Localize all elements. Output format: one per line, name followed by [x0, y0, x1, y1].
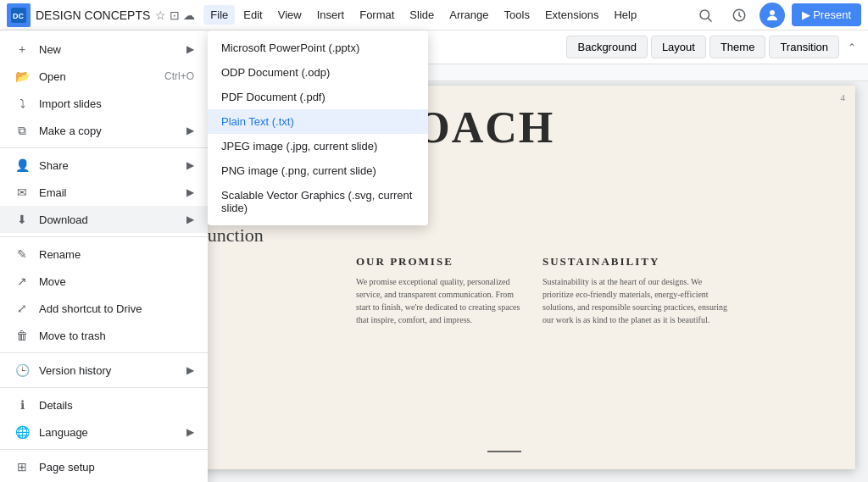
menu-item-new[interactable]: + New ▶ [0, 36, 208, 63]
menu-item-new-label: New [39, 43, 186, 56]
menu-item-shortcut[interactable]: ⤢ Add shortcut to Drive [0, 295, 208, 322]
share-arrow-icon: ▶ [186, 159, 194, 171]
svg-point-2 [700, 10, 709, 19]
slide-promise-text: We promise exceptional quality, personal… [356, 275, 526, 326]
slide-promise-section: OUR PROMISE We promise exceptional quali… [356, 255, 526, 326]
download-pdf[interactable]: PDF Document (.pdf) [208, 85, 428, 109]
menu-item-language-label: Language [39, 426, 186, 439]
menu-file[interactable]: File [203, 5, 235, 25]
collapse-btn[interactable]: ⌃ [843, 38, 861, 57]
menu-item-details-label: Details [39, 399, 194, 412]
menu-slide[interactable]: Slide [403, 5, 441, 25]
menu-arrange[interactable]: Arrange [442, 5, 495, 25]
menu-item-import[interactable]: ⤵ Import slides [0, 90, 208, 117]
account-btn[interactable] [760, 3, 785, 28]
language-arrow-icon: ▶ [186, 426, 194, 438]
share-icon: 👤 [14, 157, 31, 174]
menu-item-rename-label: Rename [39, 248, 194, 261]
menu-format[interactable]: Format [353, 5, 401, 25]
menu-item-move[interactable]: ↗ Move [0, 268, 208, 295]
title-bar: DC DESIGN CONCEPTS ☆ ⊡ ☁ File Edit View … [0, 0, 868, 30]
download-jpg[interactable]: JPEG image (.jpg, current slide) [208, 134, 428, 158]
transition-btn[interactable]: Transition [769, 36, 839, 58]
present-btn[interactable]: ▶ Present [792, 3, 861, 26]
divider-4 [0, 387, 208, 388]
slide-promise-title: OUR PROMISE [356, 255, 526, 269]
details-icon: ℹ [14, 396, 31, 413]
menu-item-language[interactable]: 🌐 Language ▶ [0, 418, 208, 446]
toolbar-right: Background Layout Theme Transition ⌃ [566, 36, 861, 58]
menu-item-email-label: Email [39, 186, 186, 199]
pagesetup-icon: ⊞ [14, 458, 31, 475]
svg-text:DC: DC [13, 12, 24, 20]
language-icon: 🌐 [14, 424, 31, 440]
download-txt[interactable]: Plain Text (.txt) [208, 109, 428, 134]
search-btn[interactable] [692, 2, 719, 29]
menu-item-open-label: Open [39, 70, 164, 83]
menu-item-details[interactable]: ℹ Details [0, 391, 208, 418]
app-icon: DC [7, 3, 31, 27]
folder-icon[interactable]: ⊡ [170, 8, 180, 22]
menu-help[interactable]: Help [607, 5, 643, 25]
file-dropdown-menu: + New ▶ 📂 Open Ctrl+O ⤵ Import slides ⧉ … [0, 30, 208, 482]
star-icon[interactable]: ☆ [155, 8, 166, 22]
menu-insert[interactable]: Insert [310, 5, 352, 25]
background-btn[interactable]: Background [566, 36, 647, 58]
svg-line-3 [708, 18, 711, 21]
menu-item-move-label: Move [39, 275, 194, 288]
theme-btn[interactable]: Theme [709, 36, 765, 58]
slide-body-line3: nd function [178, 223, 415, 249]
menu-extensions[interactable]: Extensions [538, 5, 606, 25]
menu-item-import-label: Import slides [39, 97, 194, 110]
import-icon: ⤵ [14, 95, 31, 112]
download-arrow-icon: ▶ [186, 213, 194, 225]
app-title: DESIGN CONCEPTS [36, 8, 150, 22]
cloud-icon[interactable]: ☁ [183, 8, 195, 22]
layout-btn[interactable]: Layout [651, 36, 706, 58]
email-arrow-icon: ▶ [186, 186, 194, 198]
menu-item-pagesetup[interactable]: ⊞ Page setup [0, 453, 208, 480]
menu-item-pagesetup-label: Page setup [39, 461, 194, 474]
download-odp[interactable]: ODP Document (.odp) [208, 60, 428, 85]
slide-sust-title: SUSTAINABILITY [542, 255, 729, 269]
version-arrow-icon: ▶ [186, 364, 194, 376]
menu-item-trash[interactable]: 🗑 Move to trash [0, 322, 208, 349]
divider-1 [0, 147, 208, 148]
open-shortcut: Ctrl+O [164, 70, 194, 82]
move-icon: ↗ [14, 273, 31, 290]
menu-bar: File Edit View Insert Format Slide Arran… [203, 5, 691, 25]
menu-item-rename[interactable]: ✎ Rename [0, 241, 208, 268]
menu-item-email[interactable]: ✉ Email ▶ [0, 179, 208, 206]
title-icons: ☆ ⊡ ☁ [155, 8, 195, 22]
divider-2 [0, 236, 208, 237]
menu-item-copy[interactable]: ⧉ Make a copy ▶ [0, 117, 208, 144]
rename-icon: ✎ [14, 246, 31, 263]
history-btn[interactable] [726, 2, 753, 29]
svg-point-5 [770, 10, 775, 15]
new-icon: + [14, 41, 31, 58]
menu-item-version[interactable]: 🕒 Version history ▶ [0, 357, 208, 384]
download-svg[interactable]: Scalable Vector Graphics (.svg, current … [208, 183, 428, 220]
copy-icon: ⧉ [14, 122, 31, 139]
menu-view[interactable]: View [271, 5, 309, 25]
download-png[interactable]: PNG image (.png, current slide) [208, 158, 428, 183]
menu-item-open[interactable]: 📂 Open Ctrl+O [0, 63, 208, 90]
download-submenu: Microsoft PowerPoint (.pptx) ODP Documen… [208, 30, 428, 225]
menu-item-share[interactable]: 👤 Share ▶ [0, 152, 208, 179]
email-icon: ✉ [14, 184, 31, 201]
divider-5 [0, 449, 208, 450]
copy-arrow-icon: ▶ [186, 125, 194, 136]
menu-edit[interactable]: Edit [236, 5, 269, 25]
menu-tools[interactable]: Tools [498, 5, 537, 25]
menu-item-version-label: Version history [39, 364, 186, 377]
menu-item-download[interactable]: ⬇ Download ▶ [0, 206, 208, 233]
header-right: ▶ Present [692, 2, 861, 29]
menu-item-trash-label: Move to trash [39, 330, 194, 342]
menu-item-download-label: Download [39, 213, 186, 226]
menu-item-share-label: Share [39, 159, 186, 172]
menu-item-copy-label: Make a copy [39, 125, 186, 137]
download-pptx[interactable]: Microsoft PowerPoint (.pptx) [208, 36, 428, 60]
new-arrow-icon: ▶ [186, 43, 194, 55]
slide-sustainability-section: SUSTAINABILITY Sustainability is at the … [542, 255, 729, 326]
open-icon: 📂 [14, 68, 31, 85]
